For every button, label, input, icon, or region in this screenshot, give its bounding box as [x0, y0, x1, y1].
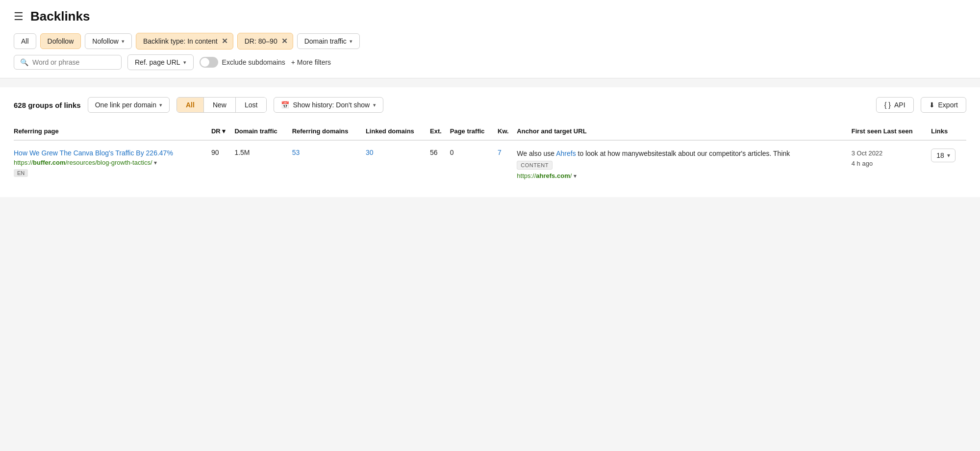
cell-first-last-seen: 3 Oct 2022 4 h ago — [852, 140, 931, 187]
col-linked-domains: Linked domains — [366, 124, 430, 140]
col-domain-traffic: Domain traffic — [234, 124, 292, 140]
nofollow-chevron-icon: ▾ — [122, 38, 125, 45]
ref-page-title-link[interactable]: How We Grew The Canva Blog's Traffic By … — [14, 149, 206, 158]
col-kw: Kw. — [498, 124, 517, 140]
col-ext: Ext. — [430, 124, 450, 140]
exclude-subdomains-toggle[interactable] — [200, 57, 218, 68]
target-url-chevron-icon[interactable]: ▾ — [574, 173, 577, 179]
ref-page-url-button[interactable]: Ref. page URL ▾ — [127, 54, 194, 70]
history-chevron-icon: ▾ — [373, 102, 376, 108]
kw-link[interactable]: 7 — [498, 149, 502, 156]
api-button[interactable]: { } API — [876, 97, 914, 113]
dr-filter[interactable]: DR: 80–90 ✕ — [237, 33, 293, 50]
anchor-text: We also use Ahrefs to look at how manywe… — [517, 149, 846, 159]
col-first-last-seen: First seen Last seen — [852, 124, 931, 140]
filters-row-1: All Dofollow Nofollow ▾ Backlink type: I… — [14, 33, 966, 50]
domain-traffic-filter-button[interactable]: Domain traffic ▾ — [297, 33, 360, 49]
show-history-button[interactable]: 📅 Show history: Don't show ▾ — [274, 97, 383, 113]
more-filters-button[interactable]: + More filters — [291, 58, 331, 66]
backlink-type-filter[interactable]: Backlink type: In content ✕ — [136, 33, 233, 50]
one-link-per-domain-button[interactable]: One link per domain ▾ — [88, 97, 170, 113]
backlink-type-close-icon[interactable]: ✕ — [222, 37, 228, 46]
links-dropdown-button[interactable]: 18 ▾ — [931, 149, 955, 162]
col-anchor-target: Anchor and target URL — [517, 124, 851, 140]
hamburger-icon[interactable]: ☰ — [14, 10, 24, 23]
cell-kw: 7 — [498, 140, 517, 187]
exclude-subdomains-toggle-wrap: Exclude subdomains — [200, 57, 285, 68]
cell-domain-traffic: 1.5M — [234, 140, 292, 187]
cell-referring-page: How We Grew The Canva Blog's Traffic By … — [14, 140, 211, 187]
search-input-wrap[interactable]: 🔍 — [14, 55, 122, 70]
toolbar-row: 628 groups of links One link per domain … — [14, 97, 966, 113]
cell-dr: 90 — [211, 140, 234, 187]
ref-page-url-chevron-icon: ▾ — [183, 59, 186, 66]
col-dr[interactable]: DR ▾ — [211, 124, 234, 140]
col-referring-page: Referring page — [14, 124, 211, 140]
anchor-link[interactable]: Ahrefs — [556, 150, 576, 157]
dofollow-filter-button[interactable]: Dofollow — [40, 33, 81, 49]
nofollow-filter-button[interactable]: Nofollow ▾ — [85, 33, 132, 49]
all-new-lost-segmented: All New Lost — [176, 97, 267, 113]
links-chevron-icon: ▾ — [947, 152, 950, 159]
seg-new-button[interactable]: New — [204, 98, 236, 112]
seg-lost-button[interactable]: Lost — [236, 98, 266, 112]
ref-page-url-link[interactable]: https://buffer.com/resources/blog-growth… — [14, 159, 157, 166]
language-badge: EN — [14, 169, 28, 177]
page-header: ☰ Backlinks All Dofollow Nofollow ▾ Back… — [0, 0, 980, 78]
calendar-icon: 📅 — [281, 101, 289, 109]
exclude-subdomains-label: Exclude subdomains — [222, 58, 285, 66]
col-links: Links — [931, 124, 966, 140]
referring-domains-link[interactable]: 53 — [292, 149, 300, 156]
table-row: How We Grew The Canva Blog's Traffic By … — [14, 140, 966, 187]
export-icon: ⬇ — [929, 101, 935, 109]
dr-close-icon[interactable]: ✕ — [281, 37, 288, 46]
all-filter-button[interactable]: All — [14, 33, 36, 49]
cell-referring-domains: 53 — [292, 140, 366, 187]
content-badge: CONTENT — [517, 161, 553, 170]
cell-page-traffic: 0 — [450, 140, 498, 187]
backlinks-table: Referring page DR ▾ Domain traffic Refer… — [14, 124, 966, 187]
cell-anchor-target: We also use Ahrefs to look at how manywe… — [517, 140, 851, 187]
search-icon: 🔍 — [20, 58, 28, 66]
cell-ext: 56 — [430, 140, 450, 187]
col-page-traffic: Page traffic — [450, 124, 498, 140]
filters-row-2: 🔍 Ref. page URL ▾ Exclude subdomains + M… — [14, 54, 966, 70]
col-referring-domains: Referring domains — [292, 124, 366, 140]
groups-count-label: 628 groups of links — [14, 101, 81, 109]
page-title: Backlinks — [30, 9, 90, 24]
seg-all-button[interactable]: All — [177, 98, 204, 112]
target-url-link[interactable]: https://ahrefs.com/ ▾ — [517, 172, 577, 179]
linked-domains-link[interactable]: 30 — [366, 149, 374, 156]
first-seen-date: 3 Oct 2022 — [852, 149, 926, 159]
cell-links: 18 ▾ — [931, 140, 966, 187]
cell-linked-domains: 30 — [366, 140, 430, 187]
one-link-chevron-icon: ▾ — [159, 102, 162, 108]
domain-traffic-chevron-icon: ▾ — [350, 38, 352, 45]
ref-page-url-chevron-icon[interactable]: ▾ — [154, 159, 157, 166]
export-button[interactable]: ⬇ Export — [921, 97, 966, 113]
last-seen-date: 4 h ago — [852, 159, 926, 169]
api-icon: { } — [884, 101, 891, 109]
main-content: 628 groups of links One link per domain … — [0, 87, 980, 197]
word-phrase-input[interactable] — [32, 58, 111, 66]
